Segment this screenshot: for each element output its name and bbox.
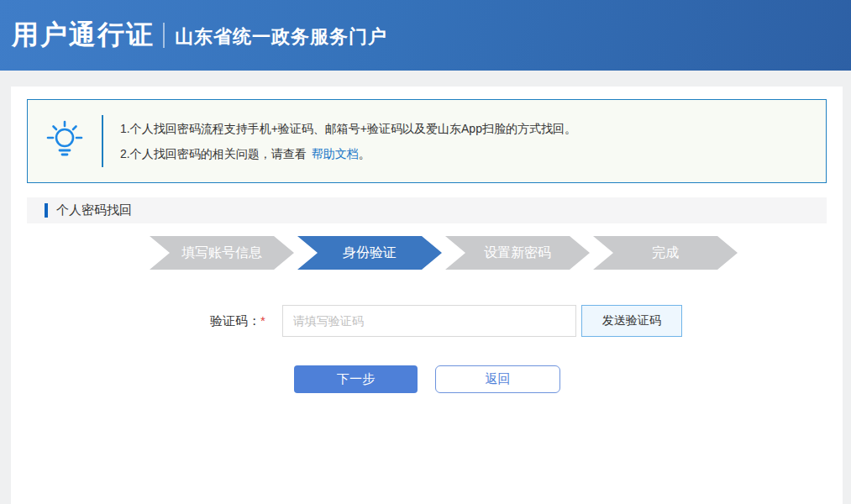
back-button[interactable]: 返回: [435, 365, 560, 393]
main-panel: 1.个人找回密码流程支持手机+验证码、邮箱号+验证码以及爱山东App扫脸的方式找…: [11, 87, 843, 504]
notice-line-2: 2.个人找回密码的相关问题，请查看帮助文档。: [120, 141, 576, 166]
section-accent-bar: [45, 203, 48, 218]
verification-code-row: 验证码：* 发送验证码: [210, 305, 843, 337]
page-header: 用户通行证 山东省统一政务服务门户: [0, 0, 851, 71]
verification-code-label-text: 验证码：: [210, 313, 260, 328]
step-complete: 完成: [593, 236, 738, 270]
next-step-button[interactable]: 下一步: [294, 365, 418, 393]
progress-steps: 填写账号信息 身份验证 设置新密码 完成: [150, 236, 738, 270]
notice-line-1: 1.个人找回密码流程支持手机+验证码、邮箱号+验证码以及爱山东App扫脸的方式找…: [120, 116, 576, 141]
app-title: 用户通行证: [12, 17, 155, 54]
notice-box: 1.个人找回密码流程支持手机+验证码、邮箱号+验证码以及爱山东App扫脸的方式找…: [27, 99, 827, 183]
section-title: 个人密码找回: [56, 202, 132, 218]
notice-line-2-suffix: 。: [359, 147, 370, 160]
notice-line-2-text: 2.个人找回密码的相关问题，请查看: [120, 147, 307, 160]
help-doc-link[interactable]: 帮助文档: [312, 147, 359, 160]
notice-icon-area: [28, 119, 102, 163]
portal-subtitle: 山东省统一政务服务门户: [175, 22, 387, 50]
section-header: 个人密码找回: [27, 197, 827, 223]
required-asterisk: *: [260, 313, 265, 328]
lightbulb-icon: [45, 119, 84, 163]
verification-code-input[interactable]: [282, 305, 576, 337]
action-buttons: 下一步 返回: [294, 365, 843, 393]
verification-code-label: 验证码：*: [210, 313, 265, 329]
step-identity-verify: 身份验证: [297, 236, 442, 270]
step-fill-account-info: 填写账号信息: [150, 236, 294, 270]
send-code-button[interactable]: 发送验证码: [581, 305, 682, 337]
notice-text: 1.个人找回密码流程支持手机+验证码、邮箱号+验证码以及爱山东App扫脸的方式找…: [103, 116, 576, 166]
header-divider: [163, 23, 165, 48]
step-set-new-password: 设置新密码: [445, 236, 590, 270]
